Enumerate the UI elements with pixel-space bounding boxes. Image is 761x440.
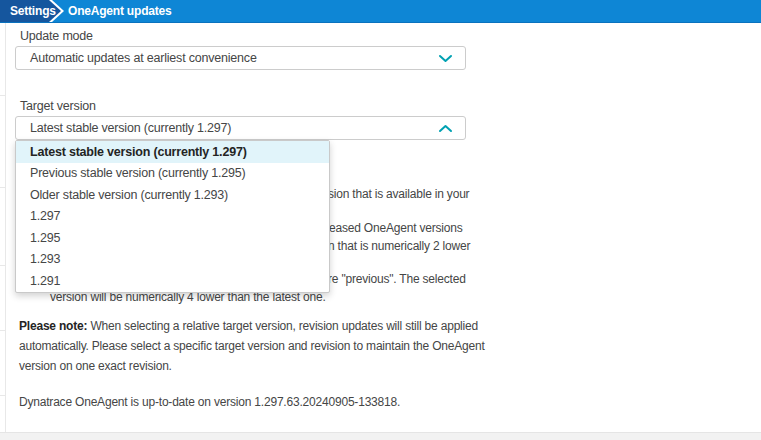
- dropdown-option[interactable]: Latest stable version (currently 1.297): [16, 141, 329, 163]
- note-line: automatically. Please select a specific …: [19, 336, 485, 356]
- breadcrumb-item-current: OneAgent updates: [68, 0, 171, 22]
- target-version-dropdown: Latest stable version (currently 1.297) …: [15, 140, 330, 293]
- breadcrumb: Settings OneAgent updates: [0, 0, 761, 23]
- dropdown-option[interactable]: Older stable version (currently 1.293): [16, 184, 329, 206]
- dropdown-option[interactable]: 1.291: [16, 270, 329, 292]
- note-line: Please note: When selecting a relative t…: [19, 316, 485, 336]
- note-line: version on one exact revision.: [19, 356, 485, 376]
- note-label: Please note:: [19, 319, 87, 333]
- left-rail: [0, 23, 6, 440]
- note-paragraph: Please note: When selecting a relative t…: [19, 316, 485, 376]
- target-version-label: Target version: [20, 99, 96, 113]
- target-version-value: Latest stable version (currently 1.297): [16, 121, 438, 135]
- update-mode-label: Update mode: [20, 29, 93, 43]
- chevron-down-icon: [438, 54, 453, 63]
- rail-divider: [0, 95, 5, 96]
- help-text-fragment: eased OneAgent versions: [329, 221, 463, 235]
- rail-divider: [0, 265, 5, 266]
- dropdown-option[interactable]: Previous stable version (currently 1.295…: [16, 163, 329, 185]
- status-text: Dynatrace OneAgent is up-to-date on vers…: [19, 395, 400, 409]
- rail-divider: [0, 330, 5, 331]
- oneagent-updates-page: Settings OneAgent updates Update mode Au…: [0, 0, 761, 440]
- dropdown-option[interactable]: 1.297: [16, 206, 329, 228]
- target-version-select[interactable]: Latest stable version (currently 1.297): [15, 116, 466, 140]
- rail-divider: [0, 187, 5, 188]
- rail-divider: [0, 395, 5, 396]
- dropdown-option[interactable]: 1.293: [16, 249, 329, 271]
- update-mode-value: Automatic updates at earliest convenienc…: [16, 51, 438, 65]
- bottom-strip: [0, 432, 761, 440]
- update-mode-select[interactable]: Automatic updates at earliest convenienc…: [15, 46, 466, 70]
- help-text-fragment: n that is numerically 2 lower: [328, 239, 470, 253]
- help-text-fragment: sion that is available in your: [328, 187, 469, 201]
- chevron-up-icon: [438, 124, 453, 133]
- help-text-fragment: re "previous". The selected: [328, 272, 466, 286]
- dropdown-option[interactable]: 1.295: [16, 227, 329, 249]
